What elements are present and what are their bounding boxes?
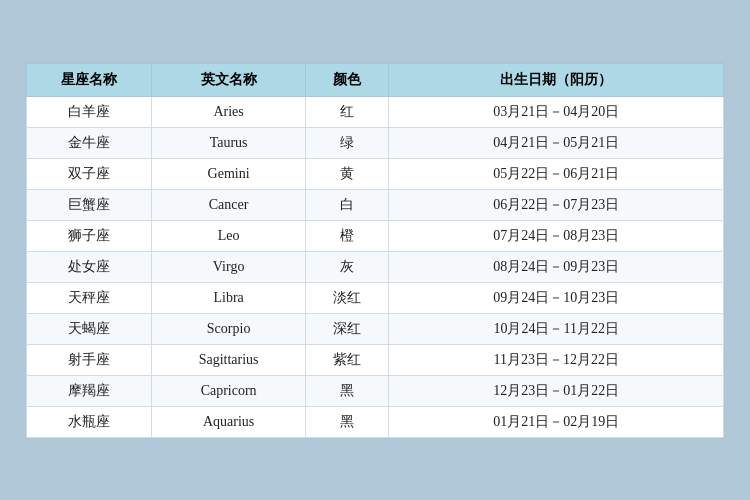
table-row: 摩羯座Capricorn黑12月23日－01月22日 [27,375,724,406]
table-row: 天秤座Libra淡红09月24日－10月23日 [27,282,724,313]
table-row: 处女座Virgo灰08月24日－09月23日 [27,251,724,282]
cell-en: Aquarius [152,406,305,437]
table-row: 水瓶座Aquarius黑01月21日－02月19日 [27,406,724,437]
cell-color: 黄 [305,158,389,189]
cell-en: Virgo [152,251,305,282]
cell-date: 12月23日－01月22日 [389,375,724,406]
cell-cn: 天蝎座 [27,313,152,344]
table-row: 天蝎座Scorpio深红10月24日－11月22日 [27,313,724,344]
cell-color: 黑 [305,406,389,437]
table-row: 狮子座Leo橙07月24日－08月23日 [27,220,724,251]
header-color: 颜色 [305,63,389,96]
cell-color: 淡红 [305,282,389,313]
table-body: 白羊座Aries红03月21日－04月20日金牛座Taurus绿04月21日－0… [27,96,724,437]
cell-en: Aries [152,96,305,127]
cell-date: 07月24日－08月23日 [389,220,724,251]
cell-cn: 双子座 [27,158,152,189]
cell-date: 05月22日－06月21日 [389,158,724,189]
table-row: 金牛座Taurus绿04月21日－05月21日 [27,127,724,158]
table-row: 双子座Gemini黄05月22日－06月21日 [27,158,724,189]
cell-cn: 射手座 [27,344,152,375]
cell-color: 橙 [305,220,389,251]
cell-en: Scorpio [152,313,305,344]
zodiac-table: 星座名称 英文名称 颜色 出生日期（阳历） 白羊座Aries红03月21日－04… [26,63,724,438]
cell-en: Taurus [152,127,305,158]
cell-en: Cancer [152,189,305,220]
header-date: 出生日期（阳历） [389,63,724,96]
cell-date: 10月24日－11月22日 [389,313,724,344]
cell-cn: 水瓶座 [27,406,152,437]
cell-date: 11月23日－12月22日 [389,344,724,375]
cell-en: Libra [152,282,305,313]
cell-date: 06月22日－07月23日 [389,189,724,220]
cell-date: 01月21日－02月19日 [389,406,724,437]
cell-en: Capricorn [152,375,305,406]
cell-date: 09月24日－10月23日 [389,282,724,313]
table-row: 白羊座Aries红03月21日－04月20日 [27,96,724,127]
cell-date: 08月24日－09月23日 [389,251,724,282]
table-row: 射手座Sagittarius紫红11月23日－12月22日 [27,344,724,375]
cell-date: 04月21日－05月21日 [389,127,724,158]
cell-en: Leo [152,220,305,251]
cell-cn: 巨蟹座 [27,189,152,220]
cell-cn: 处女座 [27,251,152,282]
table-header-row: 星座名称 英文名称 颜色 出生日期（阳历） [27,63,724,96]
cell-color: 灰 [305,251,389,282]
cell-cn: 天秤座 [27,282,152,313]
cell-en: Sagittarius [152,344,305,375]
cell-cn: 金牛座 [27,127,152,158]
header-en: 英文名称 [152,63,305,96]
cell-cn: 摩羯座 [27,375,152,406]
table-row: 巨蟹座Cancer白06月22日－07月23日 [27,189,724,220]
cell-color: 绿 [305,127,389,158]
cell-color: 红 [305,96,389,127]
cell-cn: 白羊座 [27,96,152,127]
cell-color: 白 [305,189,389,220]
cell-color: 紫红 [305,344,389,375]
zodiac-table-container: 星座名称 英文名称 颜色 出生日期（阳历） 白羊座Aries红03月21日－04… [25,62,725,439]
cell-en: Gemini [152,158,305,189]
cell-color: 深红 [305,313,389,344]
cell-color: 黑 [305,375,389,406]
cell-date: 03月21日－04月20日 [389,96,724,127]
header-cn: 星座名称 [27,63,152,96]
cell-cn: 狮子座 [27,220,152,251]
